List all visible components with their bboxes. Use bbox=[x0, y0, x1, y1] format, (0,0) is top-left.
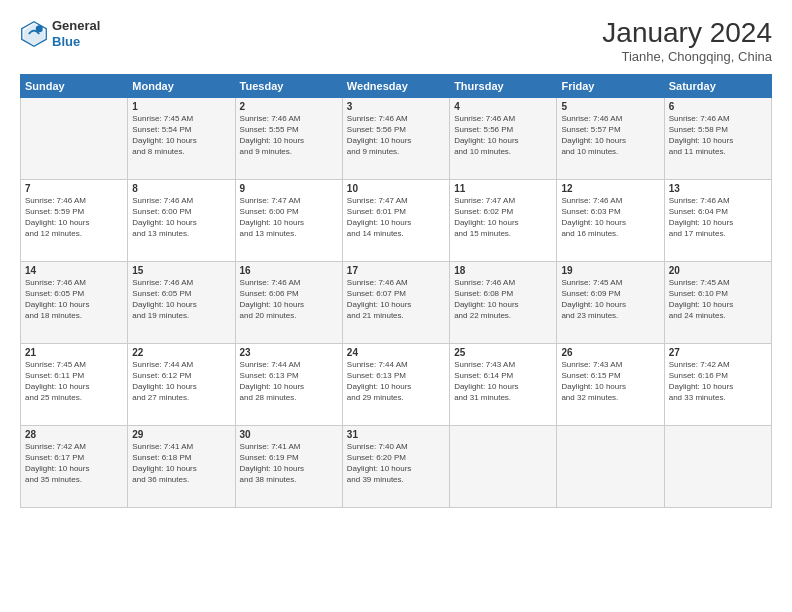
day-info: Sunrise: 7:46 AM Sunset: 5:57 PM Dayligh… bbox=[561, 113, 659, 158]
svg-point-2 bbox=[36, 25, 43, 32]
col-wednesday: Wednesday bbox=[342, 74, 449, 97]
day-number: 9 bbox=[240, 183, 338, 194]
day-info: Sunrise: 7:46 AM Sunset: 6:03 PM Dayligh… bbox=[561, 195, 659, 240]
day-info: Sunrise: 7:46 AM Sunset: 6:04 PM Dayligh… bbox=[669, 195, 767, 240]
page: General Blue January 2024 Tianhe, Chongq… bbox=[0, 0, 792, 612]
header: General Blue January 2024 Tianhe, Chongq… bbox=[20, 18, 772, 64]
col-tuesday: Tuesday bbox=[235, 74, 342, 97]
col-saturday: Saturday bbox=[664, 74, 771, 97]
day-number: 10 bbox=[347, 183, 445, 194]
title-block: January 2024 Tianhe, Chongqing, China bbox=[602, 18, 772, 64]
logo-text: General Blue bbox=[52, 18, 100, 49]
table-row: 25Sunrise: 7:43 AM Sunset: 6:14 PM Dayli… bbox=[450, 343, 557, 425]
calendar-week-4: 28Sunrise: 7:42 AM Sunset: 6:17 PM Dayli… bbox=[21, 425, 772, 507]
table-row: 27Sunrise: 7:42 AM Sunset: 6:16 PM Dayli… bbox=[664, 343, 771, 425]
day-info: Sunrise: 7:46 AM Sunset: 6:08 PM Dayligh… bbox=[454, 277, 552, 322]
calendar-week-0: 1Sunrise: 7:45 AM Sunset: 5:54 PM Daylig… bbox=[21, 97, 772, 179]
calendar-week-1: 7Sunrise: 7:46 AM Sunset: 5:59 PM Daylig… bbox=[21, 179, 772, 261]
day-number: 17 bbox=[347, 265, 445, 276]
table-row: 15Sunrise: 7:46 AM Sunset: 6:05 PM Dayli… bbox=[128, 261, 235, 343]
day-number: 24 bbox=[347, 347, 445, 358]
day-number: 6 bbox=[669, 101, 767, 112]
table-row bbox=[450, 425, 557, 507]
day-number: 5 bbox=[561, 101, 659, 112]
table-row: 13Sunrise: 7:46 AM Sunset: 6:04 PM Dayli… bbox=[664, 179, 771, 261]
table-row: 26Sunrise: 7:43 AM Sunset: 6:15 PM Dayli… bbox=[557, 343, 664, 425]
table-row: 5Sunrise: 7:46 AM Sunset: 5:57 PM Daylig… bbox=[557, 97, 664, 179]
table-row: 3Sunrise: 7:46 AM Sunset: 5:56 PM Daylig… bbox=[342, 97, 449, 179]
table-row: 28Sunrise: 7:42 AM Sunset: 6:17 PM Dayli… bbox=[21, 425, 128, 507]
day-number: 20 bbox=[669, 265, 767, 276]
table-row: 24Sunrise: 7:44 AM Sunset: 6:13 PM Dayli… bbox=[342, 343, 449, 425]
day-number: 26 bbox=[561, 347, 659, 358]
day-number: 3 bbox=[347, 101, 445, 112]
day-number: 23 bbox=[240, 347, 338, 358]
calendar-week-3: 21Sunrise: 7:45 AM Sunset: 6:11 PM Dayli… bbox=[21, 343, 772, 425]
day-number: 2 bbox=[240, 101, 338, 112]
table-row: 29Sunrise: 7:41 AM Sunset: 6:18 PM Dayli… bbox=[128, 425, 235, 507]
day-info: Sunrise: 7:47 AM Sunset: 6:00 PM Dayligh… bbox=[240, 195, 338, 240]
day-info: Sunrise: 7:41 AM Sunset: 6:18 PM Dayligh… bbox=[132, 441, 230, 486]
day-info: Sunrise: 7:46 AM Sunset: 5:55 PM Dayligh… bbox=[240, 113, 338, 158]
table-row bbox=[557, 425, 664, 507]
day-info: Sunrise: 7:46 AM Sunset: 5:56 PM Dayligh… bbox=[347, 113, 445, 158]
day-info: Sunrise: 7:42 AM Sunset: 6:17 PM Dayligh… bbox=[25, 441, 123, 486]
day-number: 22 bbox=[132, 347, 230, 358]
day-number: 27 bbox=[669, 347, 767, 358]
day-number: 19 bbox=[561, 265, 659, 276]
day-number: 14 bbox=[25, 265, 123, 276]
day-info: Sunrise: 7:45 AM Sunset: 5:54 PM Dayligh… bbox=[132, 113, 230, 158]
day-info: Sunrise: 7:45 AM Sunset: 6:09 PM Dayligh… bbox=[561, 277, 659, 322]
day-number: 11 bbox=[454, 183, 552, 194]
day-info: Sunrise: 7:46 AM Sunset: 5:56 PM Dayligh… bbox=[454, 113, 552, 158]
day-number: 15 bbox=[132, 265, 230, 276]
day-number: 31 bbox=[347, 429, 445, 440]
table-row: 7Sunrise: 7:46 AM Sunset: 5:59 PM Daylig… bbox=[21, 179, 128, 261]
day-number: 30 bbox=[240, 429, 338, 440]
day-number: 29 bbox=[132, 429, 230, 440]
table-row: 16Sunrise: 7:46 AM Sunset: 6:06 PM Dayli… bbox=[235, 261, 342, 343]
day-number: 4 bbox=[454, 101, 552, 112]
table-row: 19Sunrise: 7:45 AM Sunset: 6:09 PM Dayli… bbox=[557, 261, 664, 343]
day-number: 28 bbox=[25, 429, 123, 440]
day-info: Sunrise: 7:47 AM Sunset: 6:02 PM Dayligh… bbox=[454, 195, 552, 240]
day-info: Sunrise: 7:43 AM Sunset: 6:14 PM Dayligh… bbox=[454, 359, 552, 404]
day-number: 12 bbox=[561, 183, 659, 194]
location: Tianhe, Chongqing, China bbox=[602, 49, 772, 64]
table-row: 31Sunrise: 7:40 AM Sunset: 6:20 PM Dayli… bbox=[342, 425, 449, 507]
day-number: 18 bbox=[454, 265, 552, 276]
day-info: Sunrise: 7:46 AM Sunset: 5:58 PM Dayligh… bbox=[669, 113, 767, 158]
logo: General Blue bbox=[20, 18, 100, 49]
logo-blue: Blue bbox=[52, 34, 100, 50]
col-sunday: Sunday bbox=[21, 74, 128, 97]
day-info: Sunrise: 7:44 AM Sunset: 6:13 PM Dayligh… bbox=[240, 359, 338, 404]
table-row: 9Sunrise: 7:47 AM Sunset: 6:00 PM Daylig… bbox=[235, 179, 342, 261]
day-info: Sunrise: 7:45 AM Sunset: 6:10 PM Dayligh… bbox=[669, 277, 767, 322]
day-number: 13 bbox=[669, 183, 767, 194]
calendar-table: Sunday Monday Tuesday Wednesday Thursday… bbox=[20, 74, 772, 508]
logo-icon bbox=[20, 20, 48, 48]
day-info: Sunrise: 7:47 AM Sunset: 6:01 PM Dayligh… bbox=[347, 195, 445, 240]
table-row: 6Sunrise: 7:46 AM Sunset: 5:58 PM Daylig… bbox=[664, 97, 771, 179]
table-row: 21Sunrise: 7:45 AM Sunset: 6:11 PM Dayli… bbox=[21, 343, 128, 425]
col-monday: Monday bbox=[128, 74, 235, 97]
day-info: Sunrise: 7:45 AM Sunset: 6:11 PM Dayligh… bbox=[25, 359, 123, 404]
table-row bbox=[664, 425, 771, 507]
table-row: 8Sunrise: 7:46 AM Sunset: 6:00 PM Daylig… bbox=[128, 179, 235, 261]
calendar-week-2: 14Sunrise: 7:46 AM Sunset: 6:05 PM Dayli… bbox=[21, 261, 772, 343]
day-number: 7 bbox=[25, 183, 123, 194]
table-row: 1Sunrise: 7:45 AM Sunset: 5:54 PM Daylig… bbox=[128, 97, 235, 179]
table-row: 17Sunrise: 7:46 AM Sunset: 6:07 PM Dayli… bbox=[342, 261, 449, 343]
logo-general: General bbox=[52, 18, 100, 34]
table-row: 2Sunrise: 7:46 AM Sunset: 5:55 PM Daylig… bbox=[235, 97, 342, 179]
day-info: Sunrise: 7:43 AM Sunset: 6:15 PM Dayligh… bbox=[561, 359, 659, 404]
table-row: 4Sunrise: 7:46 AM Sunset: 5:56 PM Daylig… bbox=[450, 97, 557, 179]
day-info: Sunrise: 7:46 AM Sunset: 6:06 PM Dayligh… bbox=[240, 277, 338, 322]
day-info: Sunrise: 7:46 AM Sunset: 5:59 PM Dayligh… bbox=[25, 195, 123, 240]
day-info: Sunrise: 7:46 AM Sunset: 6:05 PM Dayligh… bbox=[25, 277, 123, 322]
day-info: Sunrise: 7:44 AM Sunset: 6:13 PM Dayligh… bbox=[347, 359, 445, 404]
day-number: 8 bbox=[132, 183, 230, 194]
header-row: Sunday Monday Tuesday Wednesday Thursday… bbox=[21, 74, 772, 97]
table-row: 23Sunrise: 7:44 AM Sunset: 6:13 PM Dayli… bbox=[235, 343, 342, 425]
table-row: 11Sunrise: 7:47 AM Sunset: 6:02 PM Dayli… bbox=[450, 179, 557, 261]
